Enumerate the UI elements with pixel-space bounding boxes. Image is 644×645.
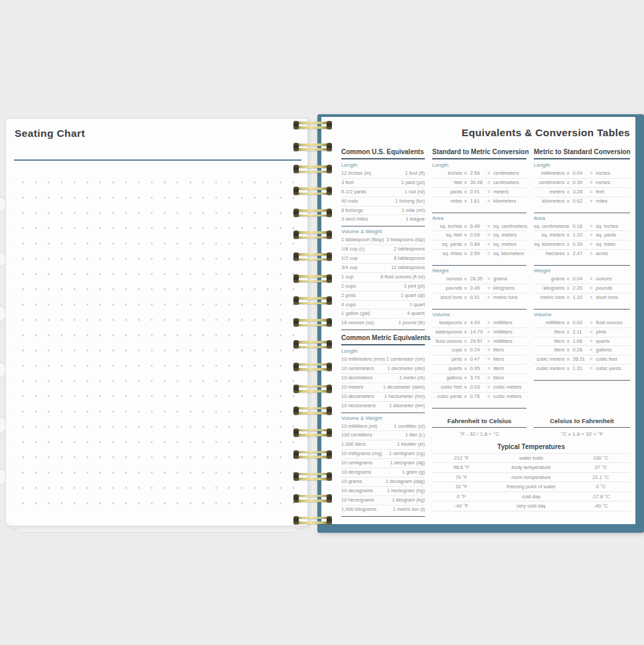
equivalent-right: 1 furlong (fur) bbox=[395, 197, 425, 206]
conversion-to: gallons bbox=[595, 346, 630, 355]
table-row: sq. centimetersx0.16=sq. inches bbox=[534, 223, 630, 232]
celsius-to-fahrenheit-block: Celsius to Fahrenheit °C x 1.8 + 32 = °F bbox=[534, 417, 630, 438]
binding-coil bbox=[294, 318, 331, 327]
equivalent-right: 1 decameter (dam) bbox=[383, 383, 425, 392]
equivalent-left: 10 milliliters (ml) bbox=[341, 422, 377, 431]
conversion-factor: 0.26 bbox=[572, 346, 588, 355]
celsius-value: 37 °C bbox=[572, 463, 630, 472]
conversion-factor: 0.04 bbox=[572, 169, 588, 178]
table-row: quartsx0.95=liters bbox=[432, 365, 526, 374]
conversion-from: liters bbox=[534, 337, 565, 346]
table-row: pintsx0.47=liters bbox=[432, 355, 526, 365]
celsius-value: 21.1 °C bbox=[572, 473, 630, 482]
temperature-row: -40 °Fvery cold day-40 °C bbox=[432, 502, 630, 511]
equivalent-left: 1,000 kilograms bbox=[341, 506, 376, 514]
celsius-value: 100 °C bbox=[572, 454, 630, 463]
multiply-symbol: x bbox=[565, 231, 572, 240]
section-length: Length 10 millimeters (mm)1 centimeter (… bbox=[341, 346, 425, 413]
conversion-to: liters bbox=[492, 346, 526, 355]
title-underline-rule bbox=[14, 159, 301, 161]
conversion-to: fluid ounces bbox=[595, 319, 630, 327]
equivalent-left: 5-1/2 yards bbox=[341, 188, 366, 197]
section-rows: sq. centimetersx0.16=sq. inchessq. meter… bbox=[534, 223, 630, 260]
binding-coil bbox=[294, 165, 331, 173]
multiply-symbol: x bbox=[565, 284, 572, 293]
conversion-and-temps-wrap: Standard to Metric Conversion Length inc… bbox=[432, 147, 630, 517]
conversion-factor: 0.04 bbox=[572, 275, 588, 284]
temperature-row: 32 °Ffreezing point of water0 °C bbox=[432, 482, 630, 492]
conversion-factor: 0.47 bbox=[469, 355, 485, 364]
multiply-symbol: x bbox=[462, 374, 469, 383]
equivalent-left: 10 decameters bbox=[341, 393, 374, 401]
conversion-from: liters bbox=[534, 346, 565, 355]
section-area: Area sq. inchesx6.45=sq. centimeterssq. … bbox=[432, 213, 526, 266]
multiply-symbol: x bbox=[462, 188, 469, 197]
conversion-to: sq. meters bbox=[492, 240, 526, 249]
conversion-to: short tons bbox=[595, 294, 630, 302]
multiply-symbol: x bbox=[565, 197, 572, 206]
equivalent-right: 1 hectogram (hg) bbox=[387, 487, 425, 496]
conversion-factor: 14.79 bbox=[469, 328, 485, 337]
multiply-symbol: x bbox=[462, 250, 469, 258]
multiply-symbol: x bbox=[462, 365, 469, 373]
equals-symbol: = bbox=[588, 223, 595, 231]
table-row: 3/4 cup12 tablespoons bbox=[341, 264, 425, 273]
section-label: Volume bbox=[534, 310, 630, 319]
conversion-factor: 29.57 bbox=[469, 337, 485, 346]
multiply-symbol: x bbox=[565, 275, 572, 284]
binding-coil bbox=[294, 121, 331, 130]
table-row: 40 rods1 furlong (fur) bbox=[341, 197, 425, 207]
binding-coil bbox=[294, 143, 331, 151]
temperature-label: very cold day bbox=[491, 502, 572, 511]
conversion-to: milliliters bbox=[492, 337, 526, 346]
conversion-factor: 0.03 bbox=[469, 383, 485, 392]
conversion-factor: 0.39 bbox=[572, 179, 588, 187]
conversion-to: sq. meters bbox=[492, 231, 526, 240]
table-header: Metric to Standard Conversion bbox=[534, 147, 630, 159]
conversion-factor: 0.91 bbox=[469, 294, 485, 302]
conversion-to: pints bbox=[595, 328, 630, 337]
conversion-factor: 2.59 bbox=[469, 250, 485, 258]
multiply-symbol: x bbox=[565, 346, 572, 355]
conversion-from: gallons bbox=[432, 374, 462, 383]
conversion-factor: 2.20 bbox=[572, 284, 588, 293]
table-row: sq. kilometersx0.39=sq. miles bbox=[534, 240, 630, 250]
conversion-from: sq. feet bbox=[432, 231, 462, 240]
left-page-title: Seating Chart bbox=[15, 128, 85, 139]
equivalent-left: 2 cups bbox=[341, 282, 356, 291]
equals-symbol: = bbox=[485, 223, 492, 231]
equivalent-left: 1/2 cup bbox=[341, 254, 358, 263]
table-row: 10 hectometers1 kilometer (km) bbox=[341, 402, 425, 411]
table-row: 10 decimeters1 meter (m) bbox=[341, 374, 425, 383]
equivalent-right: 1 kilometer (km) bbox=[389, 402, 425, 411]
equivalent-right: 1 metric ton (t) bbox=[393, 506, 425, 514]
table-row: 16 ounces (oz)1 pound (lb) bbox=[341, 319, 425, 328]
fahrenheit-value: 70 °F bbox=[432, 473, 491, 482]
conversion-factor: 0.84 bbox=[469, 240, 485, 249]
equals-symbol: = bbox=[588, 188, 595, 197]
table-row: 1,000 kilograms1 metric ton (t) bbox=[341, 506, 425, 515]
equivalent-right: 1 kiloliter (kl) bbox=[397, 440, 425, 449]
conversion-to: milliliters bbox=[492, 328, 526, 337]
table-row: inchesx2.54=centimeters bbox=[432, 169, 526, 179]
equivalent-right: 1 gram (g) bbox=[402, 468, 425, 477]
formula-text: °F - 32 / 1.8 = °C bbox=[432, 428, 526, 438]
equals-symbol: = bbox=[485, 355, 492, 364]
equals-symbol: = bbox=[485, 231, 492, 240]
equals-symbol: = bbox=[485, 197, 492, 206]
conversion-factor: 0.24 bbox=[469, 346, 485, 355]
equals-symbol: = bbox=[485, 179, 492, 187]
equals-symbol: = bbox=[485, 365, 492, 373]
equivalent-right: 8 fluid ounces (fl oz) bbox=[380, 273, 425, 282]
table-row: cubic metersx1.31=cubic yards bbox=[534, 365, 630, 374]
multiply-symbol: x bbox=[462, 355, 469, 364]
table-row: hectaresx2.47=acres bbox=[534, 250, 630, 259]
conversion-from: feet bbox=[432, 179, 462, 187]
conversion-from: pints bbox=[432, 355, 462, 364]
conversion-to: sq. kilometers bbox=[492, 250, 526, 258]
table-row: 1 cup8 fluid ounces (fl oz) bbox=[341, 273, 425, 282]
table-row: sq. feetx0.09=sq. meters bbox=[432, 231, 526, 240]
conversion-to: milliliters bbox=[492, 319, 526, 327]
section-label: Length bbox=[341, 346, 425, 355]
equivalent-left: 3 land miles bbox=[341, 215, 368, 224]
